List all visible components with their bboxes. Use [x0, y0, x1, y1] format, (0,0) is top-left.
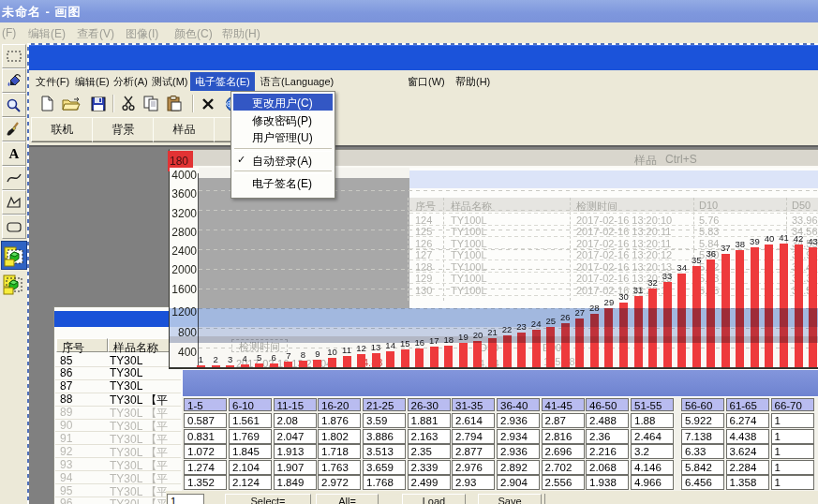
- app-menu-7[interactable]: 窗口(W): [408, 75, 445, 89]
- grid-cell: 3.513: [363, 444, 406, 459]
- tool-curve[interactable]: [2, 166, 26, 190]
- grid-panel-titlebar[interactable]: [182, 369, 818, 397]
- grid-cell: 1.938: [586, 475, 629, 490]
- grid-cell: 0.831: [184, 429, 227, 444]
- ghost-header-5: D50: [792, 200, 811, 211]
- grid-header-36-40: 36-40: [497, 398, 540, 411]
- mode-button-样品[interactable]: 样品: [153, 117, 216, 142]
- ghost-cell: TY100L: [451, 261, 487, 273]
- count-input[interactable]: 1: [167, 494, 204, 504]
- y-axis-label: 3200: [171, 207, 197, 220]
- results-row-name: TY30L 【平均】: [110, 471, 181, 484]
- tool-brush[interactable]: [2, 117, 26, 141]
- tool-magnifier[interactable]: [2, 93, 26, 117]
- mode-button-联机[interactable]: 联机: [31, 117, 94, 142]
- grid-cell: 1.718: [318, 444, 361, 459]
- grid-cell: 1.072: [184, 444, 227, 459]
- paint-menu-颜色(C)[interactable]: 颜色(C): [174, 26, 213, 42]
- load-button[interactable]: Load: [402, 494, 466, 504]
- y-axis-label: 2800: [171, 226, 197, 239]
- grid-header-61-65: 61-65: [726, 398, 769, 411]
- paint-titlebar: 未命名 - 画图: [0, 0, 818, 22]
- grid-cell: 3.886: [363, 429, 406, 444]
- grid-header-56-60: 56-60: [681, 398, 724, 411]
- menu-item-3[interactable]: 用户管理(U): [233, 128, 333, 145]
- mode-button-背景[interactable]: 背景: [92, 117, 155, 142]
- app-menu-2[interactable]: 编辑(E): [75, 75, 110, 89]
- app-menu-4[interactable]: 测试(M): [152, 75, 188, 89]
- toolbar-delete[interactable]: [199, 95, 217, 112]
- option-transparent-selection[interactable]: [1, 270, 25, 297]
- grid-cell: 3.624: [726, 444, 769, 459]
- ghost-cell: 5.83: [699, 226, 719, 237]
- app-menu-3[interactable]: 分析(A): [113, 75, 148, 89]
- opaque-selection-icon: [4, 244, 24, 268]
- results-row-index: 95: [60, 484, 103, 497]
- save-icon: [91, 96, 106, 111]
- toolbar-copy[interactable]: [141, 95, 160, 112]
- toolbar-paste[interactable]: [165, 95, 184, 112]
- grid-cell: 6.456: [681, 475, 724, 490]
- results-row-name: TY30L 【平均】: [110, 393, 181, 406]
- results-row-index: 96: [60, 497, 103, 504]
- toolbar-open-folder[interactable]: [62, 95, 81, 112]
- toolbar-save[interactable]: [89, 95, 108, 112]
- grid-cell: 2.702: [542, 460, 585, 475]
- tool-text[interactable]: A: [2, 141, 26, 166]
- paint-toolbox: A: [0, 43, 27, 504]
- menu-item-1[interactable]: 更改用户(C): [233, 94, 333, 111]
- open-folder-icon: [62, 96, 81, 111]
- paint-menu-file[interactable]: (F): [2, 26, 16, 39]
- tool-polygon[interactable]: [2, 190, 26, 215]
- toolbar-new-document[interactable]: [37, 95, 56, 112]
- save-button[interactable]: Save: [478, 494, 542, 504]
- menu-item-5[interactable]: 自动登录(A): [233, 152, 333, 169]
- grid-header-21-25: 21-25: [363, 398, 406, 411]
- menu-item-7[interactable]: 电子签名(E): [233, 174, 333, 191]
- select-button[interactable]: Select=: [225, 494, 311, 504]
- ghost-cell: 5.76: [699, 215, 719, 226]
- app-menu-5[interactable]: 电子签名(E): [190, 72, 255, 92]
- grid-cell: 0.587: [184, 413, 227, 428]
- text-icon: A: [9, 147, 20, 161]
- toolbar-separator: [192, 95, 194, 112]
- ghost-cell: 128: [415, 261, 432, 273]
- menu-item-2[interactable]: 修改密码(P): [233, 111, 333, 128]
- bar: [284, 362, 292, 367]
- app-menu-1[interactable]: 文件(F): [36, 75, 69, 89]
- grid-header-1-5: 1-5: [184, 398, 227, 411]
- tool-select[interactable]: [2, 44, 26, 68]
- results-window-titlebar[interactable]: [54, 311, 182, 327]
- y-axis-label: 1600: [171, 283, 197, 296]
- signature-dropdown-menu: 更改用户(C)修改密码(P)用户管理(U)自动登录(A)✓电子签名(E): [231, 91, 335, 199]
- toolbar-separator: [112, 95, 114, 112]
- bar: [226, 365, 234, 367]
- bar: [357, 354, 365, 367]
- grid-cell: 1: [771, 444, 814, 459]
- selection-band-gray: [170, 336, 818, 344]
- paint-menu-查看(V)[interactable]: 查看(V): [77, 26, 114, 42]
- app-menu-6[interactable]: 语言(Language): [260, 75, 334, 89]
- grid-cell: 1: [771, 460, 814, 475]
- grid-cell: 2.976: [452, 460, 495, 475]
- ghost-cell: 126: [415, 238, 432, 249]
- tool-fill[interactable]: [2, 68, 26, 93]
- option-opaque-selection[interactable]: [1, 241, 27, 270]
- paint-menu-帮助(H)[interactable]: 帮助(H): [222, 26, 260, 42]
- grid-cell: 1: [771, 429, 814, 444]
- selection-band-light: [170, 327, 818, 336]
- grid-cell: 2.488: [586, 413, 629, 428]
- ghost-cell: TY100L: [451, 273, 487, 284]
- paint-menu-图像(I)[interactable]: 图像(I): [126, 26, 158, 42]
- results-header-index: 序号: [56, 338, 108, 352]
- grid-cell: 1.849: [274, 475, 317, 490]
- tool-rounded-rectangle[interactable]: [2, 215, 26, 239]
- chart-gridline: [199, 230, 818, 230]
- app-menu-8[interactable]: 帮助(H): [455, 75, 490, 89]
- all-button[interactable]: All=: [316, 494, 379, 504]
- ghost-menu-sample: 样品: [634, 153, 657, 169]
- toolbar-cut[interactable]: [119, 95, 138, 112]
- paint-menu-编辑(E)[interactable]: 编辑(E): [28, 26, 66, 42]
- grid-cell: 2.216: [586, 444, 629, 459]
- grid-cell: 4.438: [726, 429, 769, 444]
